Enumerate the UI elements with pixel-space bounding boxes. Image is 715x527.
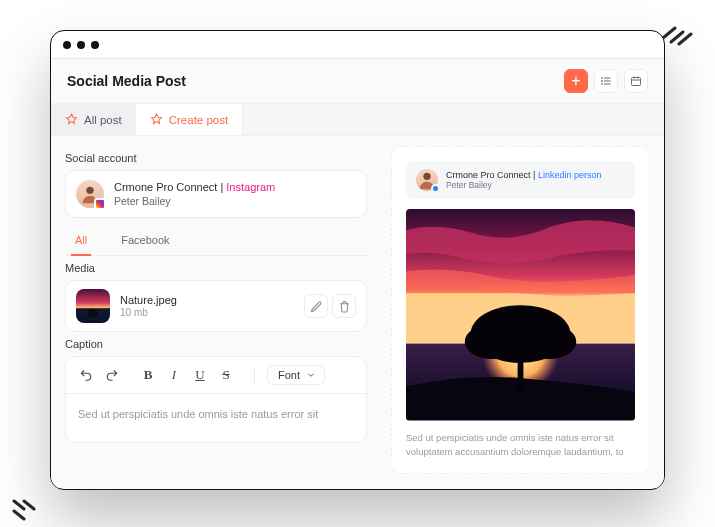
compose-panel: Social account Crmone Pro Connect | Inst…	[51, 136, 381, 488]
caption-editor: B I U S Font Sed ut perspiciatis unde om…	[65, 356, 367, 443]
svg-point-10	[86, 187, 93, 194]
account-platform: Instagram	[226, 181, 275, 193]
italic-icon: I	[172, 367, 176, 383]
delete-media-button[interactable]	[332, 294, 356, 318]
tab-label: All post	[84, 114, 122, 126]
underline-icon: U	[195, 367, 204, 383]
media-file-size: 10 mb	[120, 307, 177, 318]
svg-rect-6	[632, 78, 641, 86]
undo-icon	[79, 368, 93, 382]
media-thumbnail	[76, 289, 110, 323]
page-title: Social Media Post	[67, 73, 186, 89]
editor-toolbar: B I U S Font	[66, 357, 366, 394]
chevron-down-icon	[306, 370, 316, 380]
content-area: Social account Crmone Pro Connect | Inst…	[51, 136, 664, 488]
window-dot	[91, 41, 99, 49]
svg-point-19	[522, 324, 576, 359]
section-label-social-account: Social account	[65, 152, 367, 164]
account-user-name: Peter Bailey	[114, 195, 275, 207]
list-icon	[600, 75, 612, 87]
window-dot	[77, 41, 85, 49]
decoration-bottom-left	[10, 495, 50, 525]
add-button[interactable]: +	[564, 69, 588, 93]
calendar-icon	[630, 75, 642, 87]
section-label-caption: Caption	[65, 338, 367, 350]
font-select[interactable]: Font	[267, 365, 325, 385]
instagram-badge-icon	[94, 198, 106, 210]
page-header: Social Media Post +	[51, 59, 664, 104]
pin-icon	[150, 113, 163, 126]
preview-panel: Crmone Pro Connect | Linkedin person Pet…	[381, 136, 664, 488]
social-account-card[interactable]: Crmone Pro Connect | Instagram Peter Bai…	[65, 170, 367, 218]
caption-textarea[interactable]: Sed ut perspiciatis unde omnis iste natu…	[66, 394, 366, 442]
preview-account-header: Crmone Pro Connect | Linkedin person Pet…	[406, 161, 635, 199]
italic-button[interactable]: I	[162, 363, 186, 387]
preview-user-name: Peter Bailey	[446, 180, 601, 190]
undo-button[interactable]	[74, 363, 98, 387]
list-view-button[interactable]	[594, 69, 618, 93]
strike-button[interactable]: S	[214, 363, 238, 387]
main-tabs: All post Create post	[51, 104, 664, 136]
window-titlebar	[51, 31, 664, 59]
tab-create-post[interactable]: Create post	[136, 104, 243, 135]
plus-icon: +	[571, 73, 580, 89]
strike-icon: S	[222, 367, 229, 383]
subtab-facebook[interactable]: Facebook	[117, 226, 173, 255]
redo-button[interactable]	[100, 363, 124, 387]
preview-image	[406, 209, 635, 421]
tab-label: Create post	[169, 114, 228, 126]
avatar	[76, 180, 104, 208]
media-item: Nature.jpeg 10 mb	[65, 280, 367, 332]
svg-point-5	[602, 84, 603, 85]
edit-media-button[interactable]	[304, 294, 328, 318]
svg-point-3	[602, 78, 603, 79]
pin-icon	[65, 113, 78, 126]
preview-caption: Sed ut perspiciatis unde omnis iste natu…	[406, 431, 635, 460]
preview-platform: Linkedin person	[538, 170, 602, 180]
underline-button[interactable]: U	[188, 363, 212, 387]
calendar-button[interactable]	[624, 69, 648, 93]
subtab-all[interactable]: All	[71, 226, 91, 256]
account-subtabs: All Facebook	[65, 226, 367, 256]
svg-point-11	[423, 173, 430, 180]
tab-all-post[interactable]: All post	[51, 104, 136, 135]
linkedin-badge-icon	[431, 184, 440, 193]
svg-point-4	[602, 81, 603, 82]
trash-icon	[338, 300, 351, 313]
pencil-icon	[310, 300, 323, 313]
app-window: Social Media Post + All post Create post…	[50, 30, 665, 490]
bold-icon: B	[144, 367, 153, 383]
preview-connect-line: Crmone Pro Connect | Linkedin person	[446, 170, 601, 180]
account-connect-line: Crmone Pro Connect | Instagram	[114, 181, 275, 193]
bold-button[interactable]: B	[136, 363, 160, 387]
section-label-media: Media	[65, 262, 367, 274]
svg-point-18	[465, 324, 519, 359]
font-select-label: Font	[278, 369, 300, 381]
preview-card: Crmone Pro Connect | Linkedin person Pet…	[391, 146, 650, 474]
redo-icon	[105, 368, 119, 382]
window-dot	[63, 41, 71, 49]
media-file-name: Nature.jpeg	[120, 294, 177, 306]
